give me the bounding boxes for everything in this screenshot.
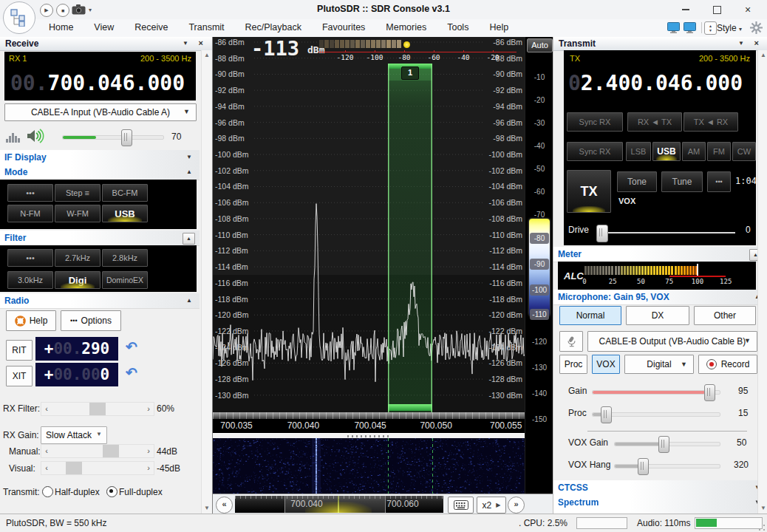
xit-display[interactable]: +00.000 (35, 363, 118, 386)
splitter-grip-icon[interactable] (347, 435, 392, 437)
record-button[interactable]: Record (698, 355, 757, 374)
nav-right-button[interactable]: » (508, 497, 525, 514)
panel-menu-icon[interactable]: ▼ (738, 40, 744, 47)
proc-button[interactable]: Proc (559, 355, 587, 374)
tx-from-rx-button[interactable]: TX ◄ RX (684, 112, 738, 132)
tune-button[interactable]: Tune (661, 171, 703, 192)
xit-undo-icon[interactable]: ↶ (126, 364, 137, 381)
speaker-icon[interactable] (27, 128, 44, 147)
panel-close-icon[interactable]: × (754, 38, 759, 47)
slider-right-icon[interactable]: › (143, 462, 154, 474)
spectrum-plot[interactable]: -86 dBm-88 dBm-90 dBm-92 dBm-94 dBm-96 d… (213, 37, 525, 412)
if-display-section-header[interactable]: IF Display ▼ (0, 150, 200, 166)
tx-mode-am-button[interactable]: AM (682, 142, 706, 161)
maximize-button[interactable] (703, 0, 730, 19)
rx-frequency-value[interactable]: 00.700.046.000 (10, 71, 185, 95)
frequency-axis[interactable]: 700.035700.040700.045700.050700.055 (213, 412, 525, 433)
mode-step-button[interactable]: Step ≡ (55, 184, 100, 202)
scroll-up-icon[interactable]: ▲ (202, 50, 212, 61)
resize-grip[interactable] (759, 525, 765, 531)
tab-memories[interactable]: Memories (375, 19, 437, 37)
rx-gain-select[interactable]: Slow Attack ▼ (41, 426, 107, 444)
microphone-section-header[interactable]: Microphone: Gain 95, VOX ▲ (553, 290, 767, 305)
xit-button[interactable]: XIT (6, 366, 33, 386)
meter-section-header[interactable]: Meter ▲ (553, 247, 767, 262)
proc-slider-thumb[interactable] (601, 406, 612, 423)
tab-favourites[interactable]: Favourites (312, 19, 375, 37)
mode-section-header[interactable]: Mode ▲ (0, 165, 200, 180)
filter-dominoex-button[interactable]: DominoEX (102, 271, 148, 289)
range-pill-label[interactable]: -90 (530, 259, 549, 270)
panel-menu-icon[interactable]: ▼ (183, 40, 188, 47)
slider-right-icon[interactable]: › (143, 445, 154, 457)
sync-rx2-button[interactable]: Sync RX (567, 142, 623, 161)
monitor-icon[interactable] (667, 22, 680, 36)
chevron-down-icon[interactable]: ▼ (186, 154, 192, 160)
tx-mode-usb-button[interactable]: USB (652, 142, 681, 161)
visual-gain-slider[interactable]: ‹ › (41, 461, 154, 475)
slider-right-icon[interactable]: › (143, 403, 154, 415)
vox-gain-slider-thumb[interactable] (658, 436, 669, 453)
mode-wfm-button[interactable]: W-FM (55, 205, 100, 222)
frequency-tickbar[interactable] (213, 412, 525, 419)
radio-section-header[interactable]: Radio ▲ (0, 293, 200, 309)
gear-icon[interactable] (750, 21, 763, 37)
ctcss-section-header[interactable]: CTCSS ▼ (553, 480, 767, 496)
auto-range-button[interactable]: Auto (527, 38, 553, 52)
nav-left-button[interactable]: « (216, 497, 233, 514)
gain-slider-thumb[interactable] (704, 384, 715, 401)
slider-left-icon[interactable]: ‹ (41, 403, 52, 415)
tx-more-button[interactable]: ••• (707, 171, 731, 192)
tx-mode-cw-button[interactable]: CW (732, 142, 756, 161)
digital-select[interactable]: Digital ▼ (624, 355, 694, 374)
range-pill-label[interactable]: -80 (530, 233, 549, 244)
filter-section-header[interactable]: Filter ▲ (0, 231, 200, 246)
tx-mode-lsb-button[interactable]: LSB (626, 142, 651, 161)
spectrum-section-header[interactable]: Spectrum ▼ (553, 495, 767, 511)
filter-27khz-button[interactable]: 2.7kHz (55, 249, 100, 267)
scroll-down-icon[interactable]: ▼ (758, 503, 767, 514)
visual-gain-thumb[interactable] (66, 462, 82, 474)
volume-slider-thumb[interactable] (121, 129, 132, 146)
mic-normal-button[interactable]: Normal (559, 306, 621, 325)
filter-digi-button[interactable]: Digi (55, 271, 100, 289)
rit-undo-icon[interactable]: ↶ (126, 338, 137, 355)
tx-output-device-select[interactable]: CABLE-B Output (VB-Audio Cable B) ▼ (587, 331, 757, 352)
keyboard-entry-button[interactable] (448, 497, 474, 514)
range-pill-label[interactable]: -110 (530, 309, 549, 320)
rx-filter-thumb[interactable] (89, 403, 106, 415)
waterfall-display[interactable] (213, 438, 525, 499)
scroll-up-icon[interactable]: ▲ (758, 50, 767, 61)
equalizer-icon[interactable] (6, 129, 21, 146)
chevron-up-icon[interactable]: ▲ (186, 168, 192, 175)
tab-receive[interactable]: Receive (124, 19, 178, 37)
receive-scrollbar[interactable]: ▲ ▼ (201, 50, 212, 514)
manual-gain-slider[interactable]: ‹ › (41, 444, 154, 458)
chevron-up-icon[interactable]: ▲ (186, 297, 192, 304)
collapse-ribbon-icon[interactable]: ▲▼ (704, 21, 717, 35)
tx-transmit-button[interactable]: TX (567, 170, 611, 213)
slider-left-icon[interactable]: ‹ (41, 462, 52, 474)
spectrum-display[interactable]: -86 dBm-88 dBm-90 dBm-92 dBm-94 dBm-96 d… (213, 37, 525, 494)
filter-more-button[interactable]: ••• (7, 249, 53, 267)
mode-more-button[interactable]: ••• (7, 184, 53, 202)
rit-display[interactable]: +00.290 (35, 337, 118, 361)
sync-rx-button[interactable]: Sync RX (567, 112, 623, 132)
vox-button[interactable]: VOX (592, 355, 620, 374)
tab-rec-playback[interactable]: Rec/Playback (235, 19, 312, 37)
microphone-button[interactable] (559, 331, 583, 352)
rx-input-device-select[interactable]: CABLE-A Input (VB-Audio Cable A) ▼ (4, 103, 197, 121)
rx-filter-slider[interactable]: ‹ › (41, 402, 154, 416)
mode-usb-button[interactable]: USB (102, 205, 148, 222)
mic-other-button[interactable]: Other (694, 306, 756, 325)
tab-home[interactable]: Home (38, 19, 83, 37)
chevron-up-icon[interactable]: ▲ (183, 233, 195, 245)
drive-slider[interactable] (601, 232, 735, 233)
tx-frequency-value[interactable]: 02.400.046.000 (568, 71, 743, 95)
panel-close-icon[interactable]: × (199, 38, 203, 47)
tx-mode-fm-button[interactable]: FM (707, 142, 731, 161)
drive-slider-thumb[interactable] (596, 225, 608, 242)
manual-gain-thumb[interactable] (103, 445, 119, 457)
app-logo-icon[interactable] (3, 1, 35, 34)
rit-button[interactable]: RIT (6, 340, 33, 361)
